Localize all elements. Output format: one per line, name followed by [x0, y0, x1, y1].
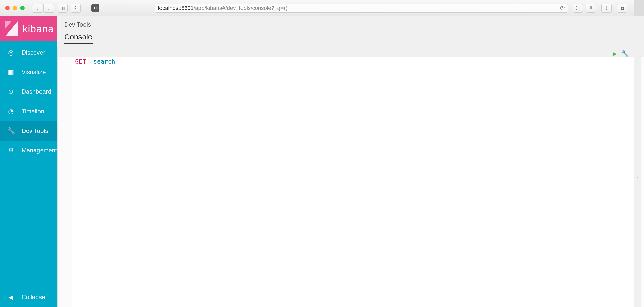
content-header: Dev Tools History Settings Help [57, 16, 644, 33]
nav-buttons: ‹ › [32, 4, 54, 13]
collapse-icon: ◀ [7, 293, 15, 301]
ublock-icon[interactable]: U [91, 4, 99, 12]
line-number: 9 [641, 124, 644, 133]
line-number: 13 [641, 162, 644, 171]
active-line-highlight [641, 47, 644, 57]
content: Dev Tools History Settings Help Console … [57, 16, 644, 307]
maximize-window-icon[interactable] [20, 6, 25, 10]
line-number: 2 [641, 57, 644, 66]
line-number: 15 [641, 181, 644, 190]
drag-handle-icon[interactable]: ⋮ [635, 175, 640, 179]
page-title: Dev Tools [64, 21, 91, 28]
sidebar-item-label: Dashboard [22, 88, 51, 95]
window-controls [5, 6, 25, 10]
line-number: 10 [641, 133, 644, 143]
brand-logo[interactable]: kibana [0, 16, 57, 41]
url-path: /app/kibana#/dev_tools/console?_g=() [194, 5, 287, 11]
sidebar-item-dashboard[interactable]: ⊙ Dashboard [0, 82, 57, 101]
line-number: 17 [641, 200, 644, 210]
minimize-window-icon[interactable] [13, 6, 17, 10]
sidebar-item-timelion[interactable]: ◔ Timelion [0, 101, 57, 121]
line-number: 3 [641, 66, 644, 76]
sidebar-item-management[interactable]: ⚙ Management [0, 141, 57, 160]
address-bar[interactable]: localhost:5601/app/kibana#/dev_tools/con… [155, 4, 568, 13]
sidebar-toggle-button[interactable]: ▥ [58, 4, 68, 13]
grid-button[interactable]: ⋮⋮⋮ [71, 4, 81, 13]
line-number: 7 [641, 105, 644, 114]
sidebar: kibana ◎ Discover ▥ Visualize ⊙ Dashboar… [0, 16, 57, 307]
line-number: 8 [641, 114, 644, 124]
brand-name: kibana [23, 23, 54, 35]
line-number: 4 [641, 76, 644, 85]
line-number: 5 [641, 85, 644, 95]
options-button[interactable]: 🔧 [621, 49, 629, 58]
close-window-icon[interactable] [5, 6, 10, 10]
output-pane[interactable]: 123456789101112131415161718192021 ▾▾▴▾▾▾… [641, 47, 644, 307]
wrench-icon: 🔧 [7, 127, 15, 135]
http-path: _search [90, 58, 115, 65]
line-number: 14 [641, 171, 644, 181]
http-method: GET [75, 58, 86, 65]
sidebar-item-devtools[interactable]: 🔧 Dev Tools [0, 121, 57, 141]
clock-icon: ◔ [7, 108, 15, 115]
sidebar-collapse-button[interactable]: ◀ Collapse [0, 287, 57, 307]
editor-actions: ▶ 🔧 [613, 49, 629, 58]
tabs-button[interactable]: ⧉ [617, 4, 627, 13]
line-number: 21 [641, 238, 644, 248]
kibana-logo-icon [5, 21, 18, 36]
line-number: 18 [641, 210, 644, 219]
downloads-button[interactable]: ⬇ [586, 4, 596, 13]
sidebar-item-label: Visualize [22, 69, 46, 76]
editor-pane[interactable]: 1 GET _search ▶ 🔧 [57, 47, 634, 307]
back-button[interactable]: ‹ [32, 4, 43, 13]
sidebar-item-visualize[interactable]: ▥ Visualize [0, 62, 57, 82]
editor-code[interactable]: GET _search [72, 47, 634, 307]
editor-gutter: 1 [58, 47, 72, 307]
sidebar-item-label: Timelion [22, 108, 44, 115]
sidebar-nav: ◎ Discover ▥ Visualize ⊙ Dashboard ◔ Tim… [0, 41, 57, 287]
browser-toolbar: ‹ › ▥ ⋮⋮⋮ U localhost:5601/app/kibana#/d… [0, 0, 644, 16]
collapse-label: Collapse [22, 294, 45, 301]
gauge-icon: ⊙ [7, 88, 15, 96]
output-gutter: 123456789101112131415161718192021 [641, 47, 644, 307]
forward-button[interactable]: › [43, 4, 54, 13]
line-number: 12 [641, 152, 644, 162]
toolbar-right: ⬇ ⇪ ⧉ [586, 4, 630, 13]
line-number: 16 [641, 190, 644, 200]
new-tab-button[interactable]: + [634, 0, 644, 16]
run-button[interactable]: ▶ [613, 49, 617, 58]
line-number: 20 [641, 229, 644, 238]
sidebar-item-discover[interactable]: ◎ Discover [0, 43, 57, 62]
reload-icon[interactable]: ⟳ [560, 5, 565, 11]
console-title: Console [57, 33, 644, 43]
reader-button[interactable]: ⓘ [573, 4, 583, 13]
line-number: 6 [641, 95, 644, 105]
sidebar-item-label: Dev Tools [22, 127, 48, 134]
share-button[interactable]: ⇪ [601, 4, 612, 13]
url-host: localhost:5601 [158, 5, 194, 11]
chart-icon: ▥ [7, 68, 15, 76]
line-number: 11 [641, 143, 644, 152]
gear-icon: ⚙ [7, 147, 15, 155]
compass-icon: ◎ [7, 49, 15, 57]
sidebar-item-label: Discover [22, 49, 45, 56]
sidebar-item-label: Management [22, 147, 57, 154]
console-area: 1 GET _search ▶ 🔧 ⋮ 12345678910111213141… [57, 44, 644, 307]
line-number: 19 [641, 219, 644, 229]
